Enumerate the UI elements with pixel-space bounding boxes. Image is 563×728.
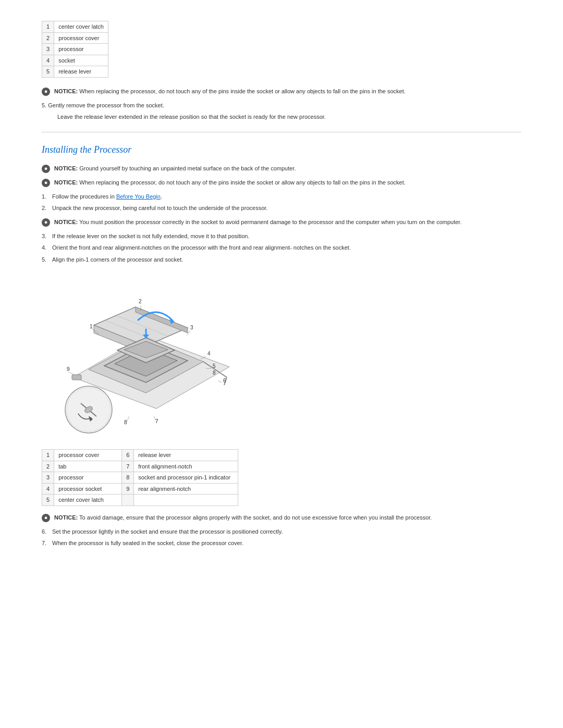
svg-text:8: 8 [213, 370, 216, 376]
step-6-text: Set the processor lightly in the socket … [52, 528, 283, 535]
step-7-text: When the processor is fully seated in th… [52, 540, 243, 546]
step-num-3: 3. [42, 232, 46, 241]
row-num: 2 [42, 32, 54, 44]
row-label: release lever [54, 66, 108, 78]
notice-text-4: NOTICE: You must position the processor … [54, 218, 461, 227]
step-2-text: Unpack the new processor, being careful … [52, 205, 267, 211]
row-num-left: 4 [42, 483, 54, 495]
indent-release-lever: Leave the release lever extended in the … [57, 113, 521, 121]
final-steps-list: 6. Set the processor lightly in the sock… [42, 527, 521, 548]
notice-block-2: ● NOTICE: Ground yourself by touching an… [42, 164, 521, 173]
bottom-table-row: 4processor socket9rear alignment-notch [42, 483, 238, 495]
bottom-table-row: 5center cover latch [42, 495, 238, 506]
install-steps-list: 1. Follow the procedures in Before You B… [42, 192, 521, 213]
row-num: 3 [42, 44, 54, 55]
row-num-left: 1 [42, 450, 54, 461]
row-label-right: front alignment-notch [134, 461, 238, 472]
step-3-text: If the release lever on the socket is no… [52, 233, 250, 239]
row-label: processor [54, 44, 108, 55]
row-label-right: release lever [134, 450, 238, 461]
bottom-table-row: 2tab7front alignment-notch [42, 461, 238, 472]
diagram-container: 1 2 3 4 5 6 7 8 8 9 [42, 273, 521, 440]
install-step-1: 1. Follow the procedures in Before You B… [42, 192, 521, 201]
step-5-install-text: Align the pin-1 corners of the processor… [52, 256, 183, 263]
row-label-right: rear alignment-notch [134, 483, 238, 495]
svg-text:5: 5 [213, 363, 216, 369]
top-table-row: 2processor cover [42, 32, 108, 44]
top-table-row: 3processor [42, 44, 108, 55]
svg-text:8: 8 [124, 419, 127, 425]
row-num-left: 5 [42, 495, 54, 506]
row-num-left: 3 [42, 472, 54, 484]
notice-text-2: NOTICE: Ground yourself by touching an u… [54, 164, 296, 173]
svg-text:7: 7 [155, 418, 158, 424]
notice-icon-4: ● [42, 218, 50, 227]
row-label: center cover latch [54, 21, 108, 33]
row-label: processor cover [54, 32, 108, 44]
step-4-text: Orient the front and rear alignment-notc… [52, 244, 351, 251]
bottom-parts-table: 1processor cover6release lever2tab7front… [42, 449, 238, 506]
bottom-table-row: 1processor cover6release lever [42, 450, 238, 461]
top-table-row: 1center cover latch [42, 21, 108, 33]
svg-text:1: 1 [90, 324, 93, 329]
step-5-remove: 5. Gently remove the processor from the … [42, 101, 521, 121]
notice-block-5: ● NOTICE: To avoid damage, ensure that t… [42, 513, 521, 522]
row-label-right: socket and processor pin-1 indicator [134, 472, 238, 484]
install-step-4: 4. Orient the front and rear alignment-n… [42, 243, 521, 252]
notice-icon-3: ● [42, 179, 50, 187]
final-step-6: 6. Set the processor lightly in the sock… [42, 527, 521, 536]
svg-line-40 [69, 372, 74, 375]
step-num-7: 7. [42, 539, 46, 548]
row-label-left: processor [54, 472, 122, 484]
step-num-1: 1. [42, 192, 46, 201]
step-1-period: . [161, 193, 162, 200]
install-step-2: 2. Unpack the new processor, being caref… [42, 204, 521, 213]
svg-text:6: 6 [223, 378, 226, 384]
svg-text:3: 3 [190, 325, 193, 330]
install-steps-list-2: 3. If the release lever on the socket is… [42, 232, 521, 264]
step-num-5: 5. [42, 255, 46, 264]
notice-text-3: NOTICE: When replacing the processor, do… [54, 178, 406, 187]
notice-block-1: ● NOTICE: When replacing the processor, … [42, 87, 521, 96]
section-divider [42, 132, 521, 132]
row-label: socket [54, 55, 108, 66]
row-label-left: processor socket [54, 483, 122, 495]
svg-text:2: 2 [139, 299, 142, 304]
step-num-6: 6. [42, 527, 46, 536]
notice-icon-2: ● [42, 165, 50, 173]
notice-icon-1: ● [42, 88, 50, 96]
row-num-right: 9 [122, 483, 134, 495]
bottom-table-row: 3processor8socket and processor pin-1 in… [42, 472, 238, 484]
svg-text:4: 4 [207, 351, 211, 356]
notice-block-4: ● NOTICE: You must position the processo… [42, 218, 521, 227]
notice-icon-5: ● [42, 514, 50, 522]
step-5-text: 5. Gently remove the processor from the … [42, 101, 521, 110]
row-label-left: tab [54, 461, 122, 472]
row-label-left: center cover latch [54, 495, 122, 506]
step-1-text: Follow the procedures in [52, 193, 116, 200]
top-parts-table: 1center cover latch2processor cover3proc… [42, 21, 108, 78]
notice-block-3: ● NOTICE: When replacing the processor, … [42, 178, 521, 187]
notice-text-5: NOTICE: To avoid damage, ensure that the… [54, 513, 432, 522]
row-num-right: 6 [122, 450, 134, 461]
svg-line-37 [218, 381, 222, 382]
install-step-3: 3. If the release lever on the socket is… [42, 232, 521, 241]
row-num: 4 [42, 55, 54, 66]
before-you-begin-link[interactable]: Before You Begin [116, 193, 161, 200]
svg-rect-21 [72, 375, 81, 380]
row-label-left: processor cover [54, 450, 122, 461]
top-table-row: 5release lever [42, 66, 108, 78]
final-step-7: 7. When the processor is fully seated in… [42, 539, 521, 548]
install-step-5: 5. Align the pin-1 corners of the proces… [42, 255, 521, 264]
svg-text:9: 9 [67, 366, 70, 372]
row-label-right [134, 495, 238, 506]
row-num-right: 8 [122, 472, 134, 484]
step-num-4: 4. [42, 243, 46, 252]
row-num-right [122, 495, 134, 506]
row-num-right: 7 [122, 461, 134, 472]
row-num-left: 2 [42, 461, 54, 472]
row-num: 5 [42, 66, 54, 78]
notice-text-1: NOTICE: When replacing the processor, do… [54, 87, 406, 96]
top-table-row: 4socket [42, 55, 108, 66]
section-title: Installing the Processor [42, 143, 521, 157]
